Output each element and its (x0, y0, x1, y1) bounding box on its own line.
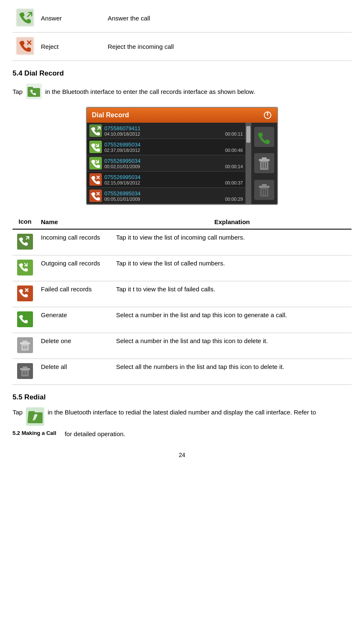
answer-description: Answer the call (104, 4, 351, 33)
outgoing-icon-cell (13, 255, 38, 281)
answer-icon-cell (13, 4, 38, 33)
row3-time: 00:02,01/01/200900:00:14 (104, 164, 243, 169)
redial-intro-after: in the Bluetooth interface to redial the… (48, 407, 316, 417)
redial-icon (26, 407, 44, 426)
action-call-button[interactable] (254, 127, 274, 147)
outgoing-call-records-icon (17, 260, 33, 275)
dial-record-actions (251, 123, 277, 204)
answer-row: Answer Answer the call (13, 4, 351, 33)
call-failed-icon-row4 (89, 173, 102, 186)
call-failed-icon-row5 (89, 189, 102, 202)
dial-record-screenshot: Dial Record 075586079411 04:10,09/18/201… (86, 107, 278, 205)
row5-number: 075526995034 (104, 190, 243, 197)
svg-rect-28 (17, 285, 33, 301)
intro-before-text: Tap (13, 88, 23, 95)
svg-rect-27 (17, 260, 33, 275)
table-header-row: Icon Name Explanation (13, 214, 351, 229)
svg-rect-8 (89, 157, 102, 169)
incoming-icon-cell (13, 229, 38, 255)
generate-call-icon (17, 311, 33, 327)
page-number: 24 (13, 452, 351, 458)
dial-record-list: 075586079411 04:10,09/18/201200:00:11 07… (87, 123, 245, 204)
delete-all-icon (17, 363, 33, 379)
answer-reject-table: Answer Answer the call Reject Reject the… (13, 4, 351, 61)
table-row-delete-all: Delete all Select all the numbers in the… (13, 359, 351, 385)
icon-description-table: Icon Name Explanation Incoming call reco… (13, 214, 351, 385)
section-54-intro: Tap in the Bluetooth interface to enter … (13, 83, 351, 99)
power-icon (263, 111, 272, 120)
row4-time: 02:15,09/18/201200:00:37 (104, 180, 243, 185)
row2-number: 075526995034 (104, 141, 243, 148)
dial-record-row-5: 075526995034 00:05,01/01/200900:00:29 (87, 188, 245, 204)
delete-all-exp-cell: Select all the numbers in the list and t… (113, 359, 351, 385)
svg-rect-29 (17, 311, 33, 327)
redial-inline-icon (26, 407, 44, 426)
table-row-outgoing: Outgoing call records Tap it to view the… (13, 255, 351, 281)
svg-rect-26 (17, 234, 33, 250)
svg-rect-15 (262, 157, 267, 159)
header-name: Name (38, 214, 113, 229)
svg-rect-6 (89, 124, 102, 137)
reject-name: Reject (38, 33, 104, 61)
svg-rect-33 (23, 341, 28, 343)
action-delete-button-2[interactable] (254, 180, 274, 200)
row3-number: 075526995034 (104, 158, 243, 164)
header-explanation: Explanation (113, 214, 351, 229)
reject-row: Reject Reject the incoming call (13, 33, 351, 61)
incoming-exp-cell: Tap it to view the list of incoming call… (113, 229, 351, 255)
delete-one-name-cell: Delete one (38, 333, 113, 359)
section-54-heading: 5.4 Dial Record (13, 69, 351, 78)
dial-record-title: Dial Record (92, 111, 129, 119)
failed-exp-cell: Tap it t to view the list of failed call… (113, 281, 351, 307)
dial-record-icon (26, 83, 42, 99)
outgoing-name-cell: Outgoing call records (38, 255, 113, 281)
redial-intro-end: for detailed operation. (65, 429, 125, 439)
svg-rect-22 (262, 184, 267, 186)
redial-bold-reference: 5.2 Making a Call (13, 429, 56, 438)
dial-record-body: 075586079411 04:10,09/18/201200:00:11 07… (87, 123, 277, 204)
scrollbar-thumb (246, 126, 250, 143)
answer-name: Answer (38, 4, 104, 33)
row4-number: 075526995034 (104, 174, 243, 180)
table-row-incoming: Incoming call records Tap it to view the… (13, 229, 351, 255)
svg-rect-3 (17, 38, 33, 54)
row1-number: 075586079411 (104, 125, 243, 131)
incoming-call-records-icon (17, 234, 33, 250)
dial-record-row-1: 075586079411 04:10,09/18/201200:00:11 (87, 123, 245, 139)
row4-info: 075526995034 02:15,09/18/201200:00:37 (104, 174, 243, 185)
generate-exp-cell: Select a number in the list and tap this… (113, 307, 351, 333)
delete-all-name-cell: Delete all (38, 359, 113, 385)
reject-icon-cell (13, 33, 38, 61)
dial-record-row-3: 075526995034 00:02,01/01/200900:00:14 (87, 155, 245, 172)
action-delete-button-1[interactable] (254, 153, 274, 173)
delete-one-icon (17, 337, 33, 353)
row3-info: 075526995034 00:02,01/01/200900:00:14 (104, 158, 243, 169)
svg-rect-7 (89, 141, 102, 153)
generate-icon-cell (13, 307, 38, 333)
dial-record-row-4: 075526995034 02:15,09/18/201200:00:37 (87, 172, 245, 188)
call-incoming-icon-row1 (89, 124, 102, 137)
row1-info: 075586079411 04:10,09/18/201200:00:11 (104, 125, 243, 136)
table-row-delete-one: Delete one Select a number in the list a… (13, 333, 351, 359)
generate-name-cell: Generate (38, 307, 113, 333)
incoming-name-cell: Incoming call records (38, 229, 113, 255)
redial-intro-before: Tap (13, 407, 23, 417)
row2-time: 02:37,09/18/201200:00:46 (104, 148, 243, 153)
answer-icon (16, 8, 34, 27)
dial-record-scrollbar[interactable] (245, 123, 251, 204)
call-outgoing-icon-row3 (89, 157, 102, 169)
intro-after-text: in the Bluetooth interface to enter the … (45, 88, 255, 95)
dial-record-header: Dial Record (87, 108, 277, 123)
svg-rect-1 (17, 9, 33, 26)
delete-one-exp-cell: Select a number in the list and tap this… (113, 333, 351, 359)
svg-rect-10 (89, 189, 102, 202)
failed-call-records-icon (17, 285, 33, 301)
svg-rect-11 (254, 127, 274, 147)
delete-one-icon-cell (13, 333, 38, 359)
row2-info: 075526995034 02:37,09/18/201200:00:46 (104, 141, 243, 153)
outgoing-exp-cell: Tap it to view the list of called number… (113, 255, 351, 281)
table-row-failed: Failed call records Tap it t to view the… (13, 281, 351, 307)
svg-rect-40 (23, 366, 28, 369)
reject-description: Reject the incoming call (104, 33, 351, 61)
row1-time: 04:10,09/18/201200:00:11 (104, 131, 243, 136)
